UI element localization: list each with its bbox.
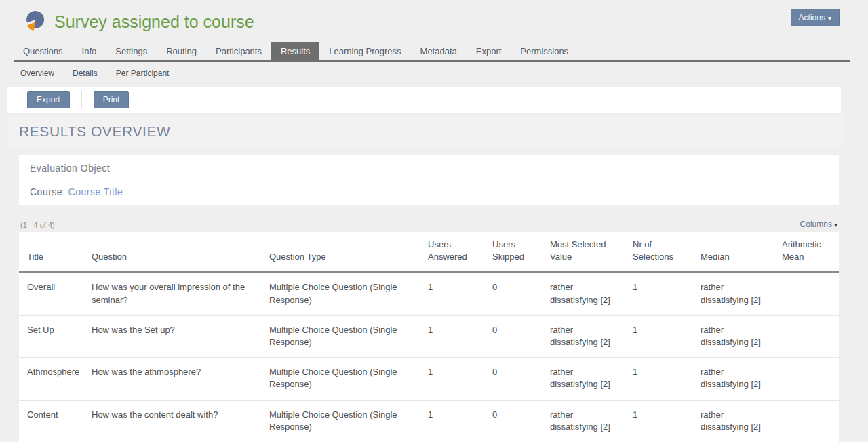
- section-heading-band: RESULTS OVERVIEW: [7, 117, 845, 146]
- tab-participants[interactable]: Participants: [206, 42, 271, 60]
- cell-arithmetic-mean: [774, 273, 839, 315]
- cell-users-skipped: 0: [484, 358, 542, 400]
- subtab-details[interactable]: Details: [73, 68, 98, 78]
- tab-learning-progress[interactable]: Learning Progress: [319, 42, 410, 60]
- cell-title: Overall: [19, 273, 83, 315]
- cell-median: rather dissatisfying [2]: [692, 358, 774, 400]
- tab-questions[interactable]: Questions: [14, 42, 73, 60]
- columns-menu-link[interactable]: Columns▾: [800, 220, 837, 229]
- cell-question-type: Multiple Choice Question (Single Respons…: [261, 358, 420, 400]
- page-header: Survey assigned to course Actions▾: [0, 0, 868, 41]
- cell-nr-of-selections: 1: [625, 273, 692, 315]
- export-button[interactable]: Export: [27, 91, 70, 108]
- columns-menu-label: Columns: [800, 220, 832, 229]
- column-header-users-answered: Users Answered: [420, 232, 484, 273]
- cell-users-answered: 1: [420, 315, 484, 357]
- cell-users-skipped: 0: [484, 273, 542, 315]
- cell-question: How was your overall impression of the s…: [83, 273, 261, 315]
- cell-title: Athmosphere: [19, 358, 83, 400]
- survey-pie-chart-icon: [22, 9, 48, 34]
- caret-down-icon: ▾: [834, 221, 837, 228]
- section-title: RESULTS OVERVIEW: [19, 123, 845, 140]
- toolbar: Export Print: [7, 87, 841, 113]
- table-row: Athmosphere How was the athmosphere? Mul…: [19, 358, 839, 400]
- cell-question-type: Multiple Choice Question (Single Respons…: [261, 315, 420, 357]
- cell-most-selected-value: rather dissatisfying [2]: [542, 358, 625, 400]
- tab-export[interactable]: Export: [467, 42, 511, 60]
- column-header-users-skipped: Users Skipped: [484, 232, 542, 273]
- course-label: Course:: [30, 186, 66, 197]
- cell-question: How was the athmosphere?: [83, 358, 261, 400]
- tab-metadata[interactable]: Metadata: [411, 42, 467, 60]
- caret-down-icon: ▾: [828, 14, 831, 22]
- cell-title: Set Up: [19, 315, 83, 357]
- cell-most-selected-value: rather dissatisfying [2]: [542, 400, 625, 442]
- cell-nr-of-selections: 1: [625, 315, 692, 357]
- page-title: Survey assigned to course: [54, 12, 791, 32]
- column-header-arithmetic-mean: Arithmetic Mean: [774, 232, 839, 273]
- cell-most-selected-value: rather dissatisfying [2]: [542, 315, 625, 357]
- cell-question-type: Multiple Choice Question (Single Respons…: [261, 400, 420, 442]
- cell-median: rather dissatisfying [2]: [692, 315, 774, 357]
- cell-nr-of-selections: 1: [625, 358, 692, 400]
- cell-arithmetic-mean: [774, 315, 839, 357]
- tab-routing[interactable]: Routing: [157, 42, 206, 60]
- print-button[interactable]: Print: [94, 91, 130, 108]
- table-row: Overall How was your overall impression …: [19, 273, 839, 315]
- main-tab-bar: Questions Info Settings Routing Particip…: [14, 42, 850, 62]
- actions-button-label: Actions: [799, 13, 825, 22]
- cell-median: rather dissatisfying [2]: [692, 400, 774, 442]
- evaluation-object-panel: Evaluation Object Course:Course Title: [19, 155, 839, 205]
- table-row: Set Up How was the Set up? Multiple Choi…: [19, 315, 839, 357]
- cell-question-type: Multiple Choice Question (Single Respons…: [261, 273, 420, 315]
- column-header-median: Median: [692, 232, 774, 273]
- cell-question: How was the content dealt with?: [83, 400, 261, 442]
- cell-arithmetic-mean: [774, 400, 839, 442]
- cell-arithmetic-mean: [774, 358, 839, 400]
- tab-settings[interactable]: Settings: [106, 42, 157, 60]
- subtab-per-participant[interactable]: Per Participant: [116, 68, 170, 78]
- cell-nr-of-selections: 1: [625, 400, 692, 442]
- cell-question: How was the Set up?: [83, 315, 261, 357]
- column-header-nr-of-selections: Nr of Selections: [625, 232, 692, 273]
- cell-most-selected-value: rather dissatisfying [2]: [542, 273, 625, 315]
- cell-users-skipped: 0: [484, 315, 542, 357]
- table-meta-row: (1 - 4 of 4) Columns▾: [19, 220, 839, 232]
- subtab-overview[interactable]: Overview: [20, 68, 54, 78]
- column-header-most-selected-value: Most Selected Value: [542, 232, 625, 273]
- column-header-title: Title: [19, 232, 83, 273]
- cell-median: rather dissatisfying [2]: [692, 273, 774, 315]
- cell-users-answered: 1: [420, 400, 484, 442]
- result-range-top: (1 - 4 of 4): [20, 221, 55, 229]
- cell-title: Content: [19, 400, 83, 442]
- toolbar-divider: [81, 91, 82, 108]
- column-header-question: Question: [83, 232, 261, 273]
- cell-users-answered: 1: [420, 358, 484, 400]
- results-overview-table: Title Question Question Type Users Answe…: [19, 232, 839, 442]
- course-title-link[interactable]: Course Title: [68, 186, 123, 197]
- tab-info[interactable]: Info: [73, 42, 106, 60]
- evaluation-object-title: Evaluation Object: [30, 155, 828, 180]
- sub-tab-bar: Overview Details Per Participant: [14, 65, 854, 82]
- evaluation-object-course-row: Course:Course Title: [30, 180, 828, 205]
- tab-results[interactable]: Results: [271, 42, 319, 60]
- cell-users-skipped: 0: [484, 400, 542, 442]
- tab-permissions[interactable]: Permissions: [511, 42, 578, 60]
- table-header-row: Title Question Question Type Users Answe…: [19, 232, 839, 273]
- actions-button[interactable]: Actions▾: [791, 9, 840, 26]
- table-row: Content How was the content dealt with? …: [19, 400, 839, 442]
- column-header-question-type: Question Type: [261, 232, 420, 273]
- cell-users-answered: 1: [420, 273, 484, 315]
